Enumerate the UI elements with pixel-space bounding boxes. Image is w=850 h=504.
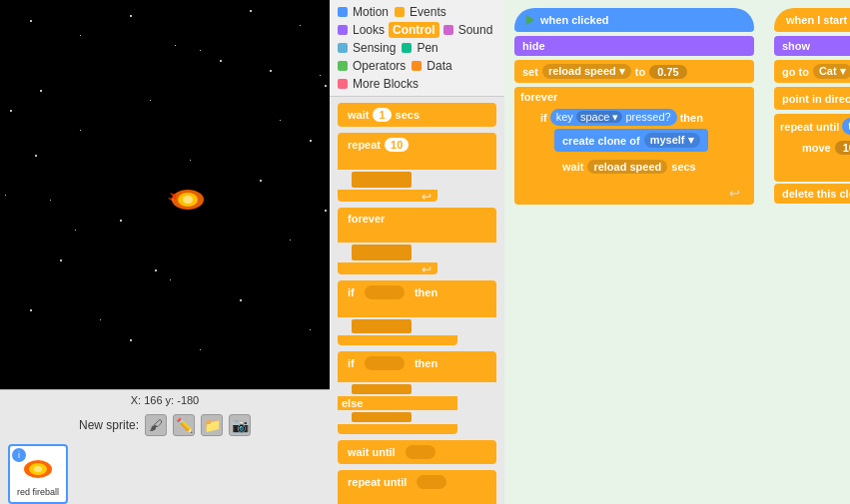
events-label: Events xyxy=(410,5,446,19)
repeat-return-arrow: ↩ xyxy=(780,163,850,178)
edit-sprite-button[interactable]: ✏️ xyxy=(173,414,195,436)
if-key-block[interactable]: if key space ▾ pressed? then create clon… xyxy=(534,105,748,184)
show-label: show xyxy=(782,40,810,52)
looks-dot xyxy=(338,25,348,35)
scripts-panel: when clicked hide set reload speed ▾ to … xyxy=(504,0,850,504)
category-data[interactable]: Data xyxy=(410,58,453,74)
category-motion[interactable]: Motion xyxy=(336,4,391,20)
repeat-block-group[interactable]: repeat 10 ↩ xyxy=(338,133,496,202)
myself-dropdown[interactable]: myself ▾ xyxy=(644,133,700,148)
if-label: if xyxy=(540,112,547,124)
wait-until-block[interactable]: wait until xyxy=(338,440,496,464)
fireball-sprite xyxy=(168,185,208,215)
paint-sprite-button[interactable]: 🖌 xyxy=(145,414,167,436)
category-looks[interactable]: Looks xyxy=(336,22,387,38)
reload-speed-var[interactable]: reload speed ▾ xyxy=(542,64,631,79)
repeat-until-label: repeat until xyxy=(780,121,839,133)
category-events[interactable]: Events xyxy=(393,4,448,20)
sensing-label: Sensing xyxy=(353,41,396,55)
wait-reload-block[interactable]: wait reload speed secs xyxy=(554,156,704,178)
block-palette: Motion Events Looks Control Sound Sensin… xyxy=(330,0,504,504)
repeat-until-block-group[interactable]: repeat until ↩ xyxy=(338,470,496,504)
when-clone-hat[interactable]: when I start as a clone xyxy=(774,8,850,32)
reload-speed-dropdown[interactable]: reload speed xyxy=(587,160,667,174)
wait-block[interactable]: wait 1 secs xyxy=(338,103,496,127)
reload-speed-value: 0.75 xyxy=(649,65,686,79)
camera-sprite-button[interactable]: 📷 xyxy=(229,414,251,436)
hide-label: hide xyxy=(522,40,545,52)
stage: X: 166 y: -180 New sprite: 🖌 ✏️ 📁 📷 i re… xyxy=(0,0,330,504)
when-clicked-hat[interactable]: when clicked xyxy=(514,8,754,32)
repeat-until-block[interactable]: repeat until touching edge ▾ ? move 10 s… xyxy=(774,114,850,182)
set-reload-speed-block[interactable]: set reload speed ▾ to 0.75 xyxy=(514,60,754,83)
forever-return-arrow: ↩ xyxy=(520,186,748,201)
category-sound[interactable]: Sound xyxy=(441,22,495,38)
category-pen[interactable]: Pen xyxy=(400,40,439,56)
categories-panel: Motion Events Looks Control Sound Sensin… xyxy=(330,0,504,97)
more-blocks-label: More Blocks xyxy=(353,77,419,91)
forever-label: forever xyxy=(520,91,748,103)
delete-clone-label: delete this clone xyxy=(782,188,850,200)
sprite-info-badge: i xyxy=(12,448,26,462)
show-block[interactable]: show xyxy=(774,36,850,56)
sensing-dot xyxy=(338,43,348,53)
right-script-column: when I start as a clone show go to Cat ▾… xyxy=(774,8,850,206)
when-clicked-label: when clicked xyxy=(540,14,608,26)
key-space-condition[interactable]: key space ▾ pressed? xyxy=(550,109,677,126)
motion-dot xyxy=(338,7,348,17)
create-clone-block[interactable]: create clone of myself ▾ xyxy=(554,129,708,152)
when-clone-label: when I start as a clone xyxy=(786,14,850,26)
operators-dot xyxy=(338,61,348,71)
motion-label: Motion xyxy=(353,5,389,19)
forever-c-block[interactable]: forever if key space ▾ pressed? then cre… xyxy=(514,87,754,205)
delete-clone-block[interactable]: delete this clone xyxy=(774,184,850,204)
if-else-block-group[interactable]: if then else xyxy=(338,351,496,434)
category-sensing[interactable]: Sensing xyxy=(336,40,398,56)
point-direction-block[interactable]: point in direction direction ▾ of Cat ▾ xyxy=(774,87,850,110)
new-sprite-row: New sprite: 🖌 ✏️ 📁 📷 xyxy=(0,410,330,440)
if-block-group[interactable]: if then xyxy=(338,280,496,345)
events-dot xyxy=(395,7,405,17)
upload-sprite-button[interactable]: 📁 xyxy=(201,414,223,436)
more-blocks-dot xyxy=(338,79,348,89)
sprites-list: i red fireball xyxy=(0,440,330,504)
pen-label: Pen xyxy=(417,41,437,55)
flag-icon xyxy=(526,15,534,25)
hide-block[interactable]: hide xyxy=(514,36,754,56)
wait-badge: 1 xyxy=(373,108,391,122)
forever-block-group[interactable]: forever ↩ xyxy=(338,208,496,274)
category-control[interactable]: Control xyxy=(389,22,439,38)
left-script-column: when clicked hide set reload speed ▾ to … xyxy=(514,8,754,205)
move-steps-block[interactable]: move 10 steps xyxy=(794,137,850,159)
sound-dot xyxy=(443,25,453,35)
go-to-block[interactable]: go to Cat ▾ xyxy=(774,60,850,83)
data-label: Data xyxy=(426,59,451,73)
category-operators[interactable]: Operators xyxy=(336,58,408,74)
repeat-badge: 10 xyxy=(385,138,409,152)
category-more-blocks[interactable]: More Blocks xyxy=(336,76,421,92)
go-to-dropdown[interactable]: Cat ▾ xyxy=(813,64,850,79)
looks-label: Looks xyxy=(353,23,385,37)
sprite-thumbnail[interactable]: i red fireball xyxy=(8,444,68,504)
steps-value: 10 xyxy=(835,141,850,155)
blocks-list: wait 1 secs repeat 10 ↩ forever ↩ i xyxy=(330,97,504,504)
sprite-name-label: red fireball xyxy=(17,487,59,497)
touching-condition[interactable]: touching edge ▾ ? xyxy=(842,118,850,135)
pen-dot xyxy=(402,43,412,53)
then-label: then xyxy=(680,112,703,124)
new-sprite-label: New sprite: xyxy=(79,418,139,432)
control-label: Control xyxy=(393,23,435,37)
scripts-grid: when clicked hide set reload speed ▾ to … xyxy=(514,8,840,206)
svg-point-7 xyxy=(34,466,42,472)
info-bar: X: 166 y: -180 New sprite: 🖌 ✏️ 📁 📷 i re… xyxy=(0,389,330,504)
coords-display: X: 166 y: -180 xyxy=(0,390,330,410)
svg-point-2 xyxy=(183,196,193,204)
data-dot xyxy=(412,61,422,71)
sound-label: Sound xyxy=(458,23,493,37)
operators-label: Operators xyxy=(353,59,406,73)
